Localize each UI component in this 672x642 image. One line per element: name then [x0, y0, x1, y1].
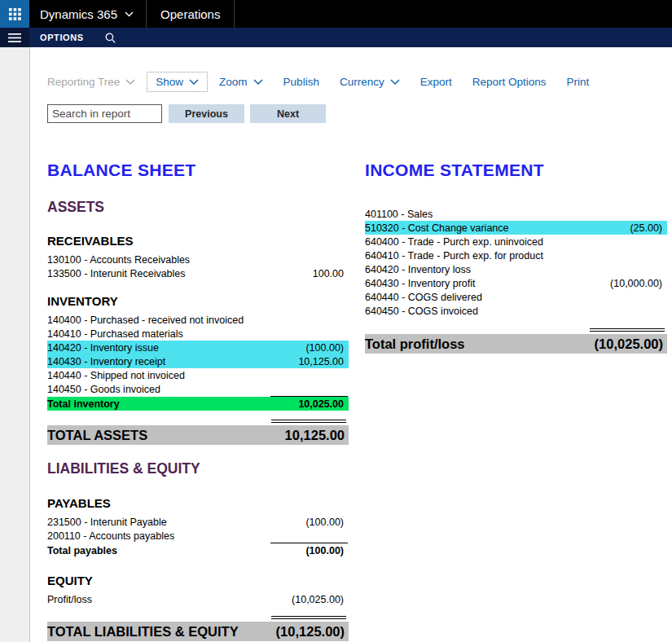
total-profit-loss-row[interactable]: Total profit/loss (10,025.00) [365, 334, 667, 354]
currency-dropdown[interactable]: Currency [340, 76, 400, 88]
previous-button[interactable]: Previous [169, 104, 244, 123]
report-options-button[interactable]: Report Options [472, 76, 547, 88]
grand-total-rule [271, 420, 346, 423]
zoom-dropdown[interactable]: Zoom [219, 76, 263, 88]
equity-heading: EQUITY [47, 574, 349, 588]
hamburger-menu-button[interactable] [0, 28, 29, 47]
search-in-report-input[interactable] [47, 104, 162, 123]
report-row[interactable]: 200110 - Accounts payables [47, 529, 349, 543]
report-row[interactable]: 640400 - Trade - Purch exp. uninvoiced [365, 235, 667, 248]
report-row-highlighted[interactable]: 510320 - Cost Change variance (25.00) [365, 221, 667, 235]
report-row[interactable]: 130100 - Accounts Receivables [47, 253, 349, 266]
receivables-heading: RECEIVABLES [47, 234, 349, 248]
report-body: BALANCE SHEET ASSETS RECEIVABLES 130100 … [47, 123, 672, 641]
report-row[interactable]: 140440 - Shipped not invoiced [47, 368, 349, 382]
report-row[interactable]: 140410 - Purchased materials [47, 327, 349, 341]
total-inventory-row[interactable]: Total inventory 10,025.00 [47, 397, 349, 411]
search-icon[interactable] [105, 33, 116, 43]
assets-heading: ASSETS [47, 199, 349, 215]
report-search-row: Previous Next [47, 104, 672, 123]
report-row[interactable]: 640450 - COGS invoiced [365, 304, 667, 318]
report-row[interactable]: 133500 - Interunit Receivables 100.00 [47, 266, 349, 280]
report-toolbar: Reporting Tree Show Zoom Publish Currenc… [47, 72, 672, 92]
inventory-heading: INVENTORY [47, 294, 349, 309]
print-button[interactable]: Print [566, 76, 589, 88]
hamburger-icon [8, 33, 21, 42]
report-viewer: Reporting Tree Show Zoom Publish Currenc… [30, 47, 672, 642]
report-row[interactable]: 640430 - Inventory profit (10,000.00) [365, 276, 667, 290]
options-menu[interactable]: OPTIONS [40, 33, 84, 42]
collapsed-nav-pane[interactable] [0, 47, 30, 642]
dynamics-365-menu[interactable]: Dynamics 365 [29, 0, 146, 28]
next-button[interactable]: Next [250, 104, 326, 123]
top-app-bar: Dynamics 365 Operations [0, 0, 672, 28]
chevron-down-icon [253, 79, 263, 86]
income-statement-title: INCOME STATEMENT [365, 160, 667, 180]
report-row[interactable]: 640410 - Trade - Purch exp. for product [365, 248, 667, 262]
report-row-highlighted[interactable]: 140430 - Inventory receipt 10,125.00 [47, 354, 349, 368]
reporting-tree-dropdown[interactable]: Reporting Tree [47, 76, 135, 88]
grand-total-rule [271, 616, 346, 619]
chevron-down-icon [125, 79, 135, 86]
balance-sheet-column: BALANCE SHEET ASSETS RECEIVABLES 130100 … [47, 123, 349, 641]
chevron-down-icon [189, 79, 199, 86]
page-content: Reporting Tree Show Zoom Publish Currenc… [0, 47, 672, 642]
grand-total-rule [590, 328, 665, 332]
export-button[interactable]: Export [420, 76, 452, 88]
brand-label: Dynamics 365 [40, 7, 117, 21]
chevron-down-icon [125, 11, 134, 17]
nav-bar: OPTIONS [0, 28, 672, 47]
report-row[interactable]: 401100 - Sales [365, 207, 667, 221]
balance-sheet-title: BALANCE SHEET [47, 160, 349, 180]
report-row[interactable]: 640420 - Inventory loss [365, 262, 667, 276]
app-launcher-button[interactable] [0, 0, 29, 28]
report-row[interactable]: 140450 - Goods invoiced [47, 382, 349, 396]
report-row[interactable]: 640440 - COGS delivered [365, 290, 667, 304]
chevron-down-icon [390, 79, 400, 86]
publish-button[interactable]: Publish [283, 76, 319, 88]
total-liabilities-equity-row[interactable]: TOTAL LIABILITIES & EQUITY (10,125.00) [47, 622, 349, 641]
report-row[interactable]: 231500 - Interunit Payable (100.00) [47, 515, 349, 529]
total-assets-row[interactable]: TOTAL ASSETS 10,125.00 [47, 425, 349, 445]
report-row[interactable]: Profit/loss (10,025.00) [47, 592, 349, 606]
report-row-highlighted[interactable]: 140420 - Inventory issue (100.00) [47, 341, 349, 354]
show-dropdown[interactable]: Show [147, 72, 208, 92]
income-statement-column: INCOME STATEMENT 401100 - Sales 510320 -… [365, 123, 667, 641]
product-title[interactable]: Operations [147, 0, 234, 28]
topbar-divider [234, 0, 235, 28]
report-row[interactable]: 140400 - Purchased - received not invoic… [47, 313, 349, 327]
liabilities-equity-heading: LIABILITIES & EQUITY [47, 460, 349, 477]
total-payables-row[interactable]: Total payables (100.00) [47, 543, 349, 557]
waffle-icon [9, 8, 21, 20]
payables-heading: PAYABLES [47, 496, 349, 511]
